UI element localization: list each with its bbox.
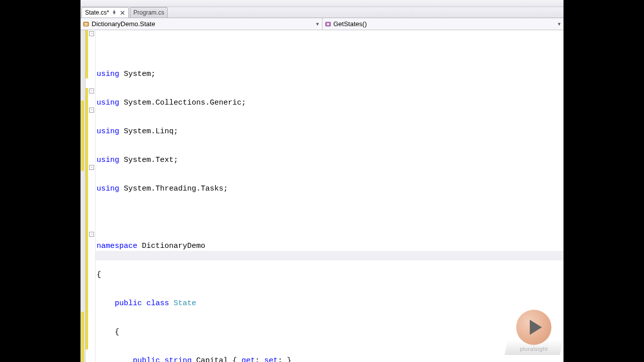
- collapse-toggle-icon[interactable]: -: [89, 31, 94, 36]
- svg-rect-0: [84, 22, 89, 26]
- outlining-margin: - - - - -: [89, 30, 96, 362]
- svg-point-4: [327, 23, 329, 25]
- pin-icon[interactable]: [111, 10, 117, 16]
- document-tab-row: State.cs* Program.cs: [80, 7, 564, 18]
- modified-region-marker: [86, 30, 88, 78]
- collapse-toggle-icon[interactable]: -: [89, 165, 94, 170]
- collapse-toggle-icon[interactable]: -: [89, 88, 94, 94]
- class-selector-label: DictionaryDemo.State: [92, 20, 155, 28]
- tab-label: Program.cs: [133, 9, 164, 16]
- code-text-area[interactable]: using System; using System.Collections.G…: [96, 30, 564, 362]
- tab-program-cs[interactable]: Program.cs: [130, 7, 168, 18]
- class-icon: [83, 21, 90, 28]
- member-selector-label: GetStates(): [334, 20, 367, 28]
- chevron-down-icon: ▼: [557, 22, 561, 27]
- class-selector-dropdown[interactable]: DictionaryDemo.State ▼: [80, 18, 323, 30]
- tab-label: State.cs*: [85, 9, 109, 16]
- code-editor[interactable]: - - - - - using System; using System.Col…: [80, 30, 564, 362]
- indicator-margin: [80, 30, 86, 362]
- collapse-toggle-icon[interactable]: -: [89, 232, 94, 237]
- svg-rect-1: [85, 23, 88, 24]
- tab-state-cs[interactable]: State.cs*: [82, 7, 129, 18]
- window-chrome-top: [80, 0, 564, 7]
- scrollbar-change-marker: [81, 101, 84, 171]
- member-selector-dropdown[interactable]: GetStates() ▼: [323, 18, 564, 30]
- scrollbar-change-marker: [81, 312, 84, 362]
- navigation-bar: DictionaryDemo.State ▼ GetStates() ▼: [80, 18, 564, 30]
- close-icon[interactable]: [119, 10, 125, 16]
- svg-rect-2: [85, 25, 88, 26]
- modified-region-marker: [86, 88, 88, 349]
- chevron-down-icon: ▼: [315, 22, 320, 27]
- method-icon: [325, 21, 332, 28]
- collapse-toggle-icon[interactable]: -: [89, 108, 94, 113]
- current-line-highlight: [96, 251, 564, 260]
- ide-window: State.cs* Program.cs DictionaryDemo.Stat…: [80, 0, 564, 362]
